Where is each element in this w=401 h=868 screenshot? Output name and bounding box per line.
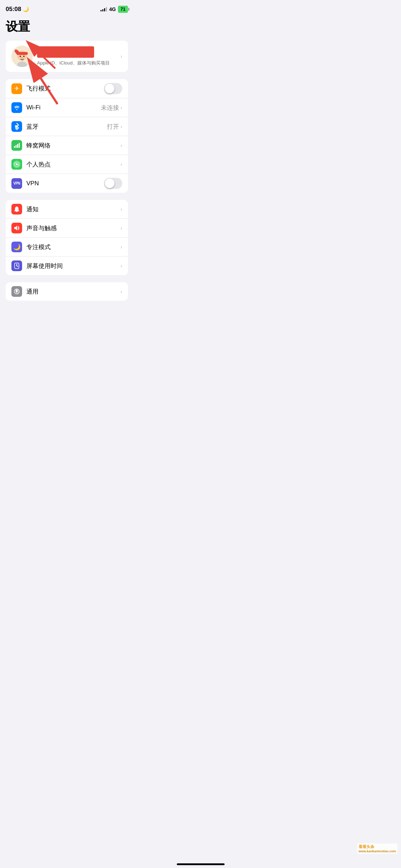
network-type: 4G (109, 6, 116, 12)
status-time: 05:08 🌙 (6, 6, 29, 13)
notifications-chevron: › (120, 206, 122, 212)
vpn-row[interactable]: VPN VPN (6, 174, 128, 193)
hotspot-row[interactable]: 个人热点 › (6, 155, 128, 174)
sound-icon (11, 223, 22, 233)
svg-marker-20 (14, 226, 17, 231)
wifi-label: Wi-Fi (26, 104, 101, 111)
cellular-label: 蜂窝网络 (26, 141, 120, 150)
svg-point-6 (23, 56, 25, 57)
sound-row[interactable]: 声音与触感 › (6, 218, 128, 237)
svg-point-5 (20, 56, 21, 57)
hotspot-chevron: › (120, 161, 122, 167)
focus-row[interactable]: 🌙 专注模式 › (6, 237, 128, 256)
apple-id-subtitle: Apple ID、iCloud、媒体与购买项目 (37, 60, 116, 66)
general-section: 通用 › (6, 282, 128, 301)
avatar (11, 46, 33, 67)
vpn-toggle[interactable] (104, 178, 122, 189)
screentime-label: 屏幕使用时间 (26, 262, 120, 270)
general-row[interactable]: 通用 › (6, 282, 128, 301)
apple-id-section: Apple ID、iCloud、媒体与购买项目 › (6, 41, 128, 72)
airplane-mode-row[interactable]: ✈ 飞行模式 (6, 79, 128, 98)
apple-id-row[interactable]: Apple ID、iCloud、媒体与购买项目 › (6, 41, 128, 72)
network-section: ✈ 飞行模式 Wi-Fi 未连接 › 蓝牙 (6, 79, 128, 193)
apple-id-name-redacted (37, 46, 94, 58)
vpn-label: VPN (26, 180, 104, 187)
svg-rect-15 (17, 144, 18, 148)
svg-rect-14 (16, 145, 17, 148)
cellular-icon (11, 140, 22, 151)
notifications-section: 通知 › 声音与触感 › 🌙 专注模式 › (6, 200, 128, 275)
bluetooth-label: 蓝牙 (26, 123, 107, 131)
general-icon (11, 286, 22, 297)
sound-label: 声音与触感 (26, 224, 120, 232)
airplane-icon: ✈ (11, 83, 22, 94)
screentime-chevron: › (120, 263, 122, 269)
hotspot-label: 个人热点 (26, 160, 120, 169)
svg-rect-16 (19, 143, 20, 148)
wifi-status: 未连接 › (101, 104, 122, 112)
svg-point-7 (21, 57, 23, 58)
notifications-row[interactable]: 通知 › (6, 200, 128, 218)
focus-icon: 🌙 (11, 242, 22, 252)
notifications-label: 通知 (26, 205, 120, 213)
airplane-toggle[interactable] (104, 83, 122, 94)
bluetooth-row[interactable]: 蓝牙 打开 › (6, 117, 128, 136)
hotspot-icon (11, 159, 22, 170)
notifications-icon (11, 204, 22, 215)
screentime-icon (11, 260, 22, 271)
bluetooth-icon (11, 121, 22, 132)
apple-id-info: Apple ID、iCloud、媒体与购买项目 (37, 46, 116, 66)
wifi-row[interactable]: Wi-Fi 未连接 › (6, 98, 128, 117)
wifi-icon (11, 102, 22, 113)
status-right: 4G 71 (101, 6, 128, 13)
page-title: 设置 (0, 16, 134, 41)
focus-chevron: › (120, 244, 122, 250)
apple-id-chevron: › (120, 53, 122, 59)
svg-rect-13 (14, 146, 15, 148)
sound-chevron: › (120, 225, 122, 231)
focus-label: 专注模式 (26, 243, 120, 251)
cellular-row[interactable]: 蜂窝网络 › (6, 136, 128, 155)
general-chevron: › (120, 289, 122, 294)
status-bar: 05:08 🌙 4G 71 (0, 0, 134, 16)
svg-line-23 (17, 266, 18, 267)
svg-point-17 (16, 163, 18, 165)
vpn-icon: VPN (11, 178, 22, 189)
bluetooth-status: 打开 › (107, 123, 122, 131)
battery-indicator: 71 (118, 6, 128, 13)
cellular-chevron: › (120, 143, 122, 148)
general-label: 通用 (26, 288, 120, 296)
airplane-mode-label: 飞行模式 (26, 84, 104, 93)
svg-point-4 (15, 50, 17, 52)
screentime-row[interactable]: 屏幕使用时间 › (6, 256, 128, 275)
signal-icon (101, 7, 107, 11)
